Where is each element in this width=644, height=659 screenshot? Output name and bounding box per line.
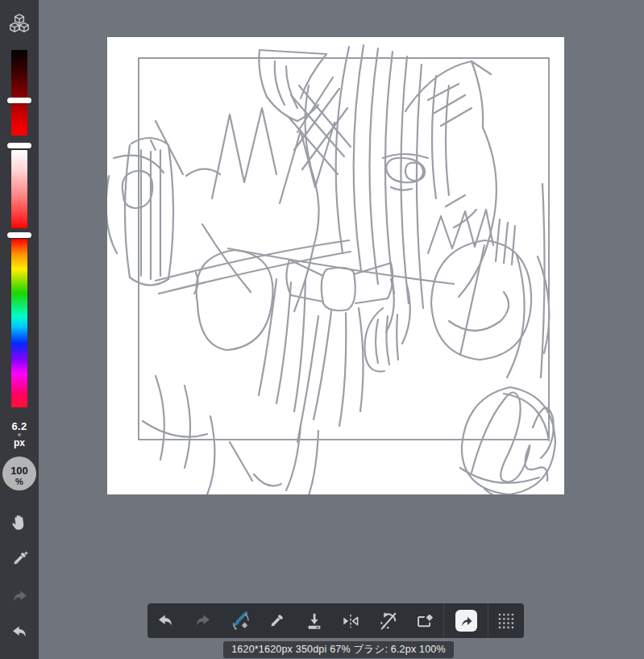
redo-button[interactable] bbox=[185, 603, 222, 638]
saturation-slider-track[interactable] bbox=[11, 150, 27, 228]
brush-size-value: 6.2 bbox=[0, 420, 39, 432]
rotate-disabled-icon bbox=[377, 610, 399, 632]
zoom-value: 100 bbox=[2, 465, 36, 477]
sidebar-undo-button[interactable] bbox=[9, 623, 30, 642]
sidebar-redo-button[interactable] bbox=[9, 587, 30, 607]
value-slider-handle[interactable] bbox=[7, 98, 31, 103]
drawing-canvas[interactable] bbox=[107, 37, 564, 494]
sketch-artwork bbox=[107, 37, 564, 494]
save-button[interactable] bbox=[296, 603, 333, 638]
brush-size-unit: px bbox=[0, 437, 39, 448]
saturation-slider-handle[interactable] bbox=[7, 143, 31, 148]
save-icon bbox=[304, 611, 325, 632]
share-icon bbox=[457, 612, 475, 630]
pencil-sketch-strokes bbox=[107, 45, 555, 494]
flip-horizontal-button[interactable] bbox=[333, 603, 370, 638]
paint-app-window: { "colors": { "bg_main": "#70747d", "bg_… bbox=[0, 0, 644, 659]
brush-size-display[interactable]: 6.2 px bbox=[0, 420, 39, 448]
dock-grid-button[interactable] bbox=[488, 603, 524, 638]
clear-canvas-button[interactable] bbox=[406, 603, 443, 638]
blocks-icon bbox=[8, 11, 31, 35]
left-sidebar: 6.2 px 100 % bbox=[0, 0, 39, 659]
eyedropper-button[interactable] bbox=[259, 603, 296, 638]
sidebar-eyedropper-button[interactable] bbox=[9, 547, 30, 569]
undo-icon bbox=[10, 624, 30, 641]
eyedropper-icon bbox=[267, 611, 287, 631]
flip-horizontal-icon bbox=[340, 611, 361, 632]
share-button-background bbox=[455, 610, 477, 632]
hand-tool-button[interactable] bbox=[8, 510, 31, 534]
hand-icon bbox=[9, 511, 31, 533]
hue-slider-handle[interactable] bbox=[7, 232, 31, 238]
blocks-tool-button[interactable] bbox=[8, 11, 31, 35]
hue-slider-track[interactable] bbox=[11, 239, 27, 407]
dock-grid-icon bbox=[497, 611, 516, 631]
brush-eraser-toggle-icon bbox=[228, 609, 252, 633]
eyedropper-icon bbox=[10, 548, 30, 569]
zoom-level-button[interactable]: 100 % bbox=[2, 457, 36, 490]
rotate-reset-button[interactable] bbox=[369, 603, 406, 638]
undo-button[interactable] bbox=[147, 603, 185, 638]
value-slider-track[interactable] bbox=[11, 50, 27, 136]
redo-icon bbox=[193, 612, 213, 630]
brush-eraser-toggle-button[interactable] bbox=[222, 603, 259, 638]
redo-icon bbox=[10, 588, 30, 606]
share-button[interactable] bbox=[444, 603, 488, 638]
status-bar-text: 1620*1620px 350dpi 67% ブラシ: 6.2px 100% bbox=[231, 644, 446, 655]
bottom-toolbar bbox=[147, 603, 524, 638]
zoom-unit: % bbox=[2, 477, 36, 486]
undo-icon bbox=[156, 612, 176, 630]
clear-canvas-icon bbox=[414, 610, 436, 632]
status-bar: 1620*1620px 350dpi 67% ブラシ: 6.2px 100% bbox=[223, 641, 454, 658]
brush-size-preview-dot bbox=[18, 433, 21, 436]
